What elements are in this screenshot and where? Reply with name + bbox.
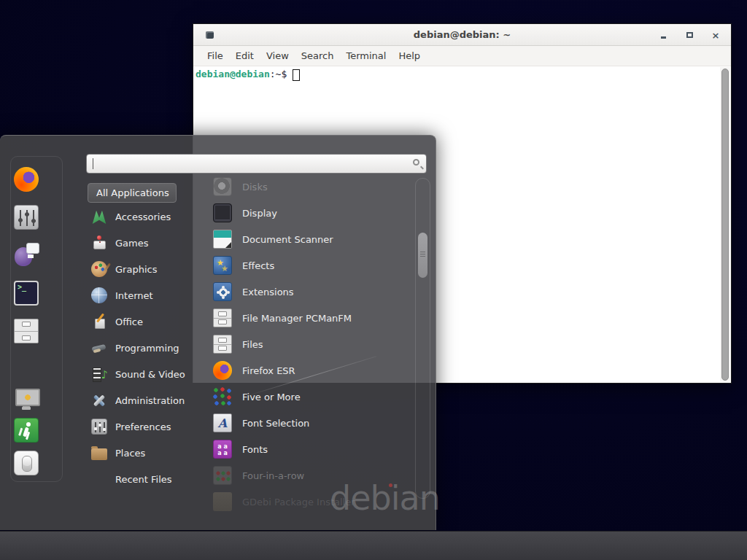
category-sound-video[interactable]: Sound & Video [86,361,196,387]
category-games[interactable]: Games [86,230,196,256]
favorite-pidgin-icon[interactable] [14,242,39,267]
favorite-settings-icon[interactable] [14,205,39,230]
app-fonts[interactable]: Fonts [194,436,413,462]
file-cabinet-icon [213,308,232,327]
category-accessories[interactable]: Accessories [86,203,196,230]
gdebi-icon [213,492,232,511]
wallpaper-watermark: debian [330,478,440,518]
minimize-icon [661,36,666,39]
favorite-terminal-icon[interactable] [14,281,39,306]
places-icon [91,448,107,460]
extensions-icon [213,282,232,301]
category-preferences[interactable]: Preferences [86,413,196,440]
app-extensions[interactable]: Extensions [194,279,413,305]
category-administration[interactable]: Administration [86,387,196,413]
favorite-logout-icon[interactable] [14,418,39,443]
menu-search[interactable]: Search [301,50,334,61]
terminal-menubar: File Edit View Search Terminal Help [193,46,731,66]
watermark-red-dot [389,483,392,487]
app-five-or-more[interactable]: Five or More [194,384,413,410]
font-selection-icon [213,413,232,432]
app-effects[interactable]: Effects [194,252,413,279]
scanner-icon [213,230,232,249]
category-list: All Applications Accessories Games Graph… [86,183,196,492]
firefox-icon [213,361,232,380]
app-document-scanner[interactable]: Document Scanner [194,226,413,252]
prompt-suffix: :~$ [270,69,287,79]
terminal-scrollbar-handle[interactable] [721,69,729,381]
disks-icon [213,177,232,196]
terminal-title: debian@debian: ~ [193,29,731,40]
preferences-icon [91,419,107,435]
games-icon [91,235,107,251]
prompt-user: debian@debian [196,69,270,79]
maximize-button[interactable] [684,30,694,40]
category-all-applications[interactable]: All Applications [88,183,177,203]
start-menu: All Applications Accessories Games Graph… [0,135,436,530]
menu-help[interactable]: Help [398,50,420,61]
internet-icon [91,287,107,303]
category-programming[interactable]: Programming [86,335,196,361]
administration-icon [91,392,107,408]
app-list-scrollbar[interactable] [415,178,430,499]
favorite-lock-screen-icon[interactable] [14,386,39,411]
graphics-icon [91,261,107,277]
favorite-firefox-icon[interactable] [14,167,39,192]
office-icon [91,314,107,330]
close-icon: × [712,31,720,40]
app-firefox-esr[interactable]: Firefox ESR [194,357,413,384]
menu-view[interactable]: View [266,50,289,61]
search-caret [93,158,93,169]
category-graphics[interactable]: Graphics [86,256,196,282]
close-button[interactable]: × [711,30,721,40]
favorite-shutdown-icon[interactable] [14,451,39,475]
app-files[interactable]: Files [194,331,413,357]
four-in-a-row-icon [213,466,232,485]
terminal-titlebar[interactable]: debian@debian: ~ × [193,24,731,46]
app-list: Disks Display Document Scanner Effects E… [194,174,413,515]
category-internet[interactable]: Internet [86,282,196,308]
accessories-icon [91,209,107,225]
app-file-manager-pcmanfm[interactable]: File Manager PCManFM [194,305,413,331]
app-disks[interactable]: Disks [194,174,413,200]
terminal-window-icon [206,31,214,39]
taskbar [0,531,747,560]
search-icon [413,159,419,166]
search-input[interactable] [87,155,426,173]
menu-edit[interactable]: Edit [236,50,254,61]
five-or-more-icon [213,387,232,406]
menu-terminal[interactable]: Terminal [346,50,386,61]
terminal-cursor [293,69,300,81]
file-cabinet-icon [213,335,232,354]
favorite-files-icon[interactable] [14,319,39,343]
sound-video-icon [91,366,107,382]
fonts-icon [213,440,232,459]
maximize-icon [686,32,693,38]
category-places[interactable]: Places [86,440,196,466]
menu-file[interactable]: File [207,50,223,61]
minimize-button[interactable] [658,30,668,40]
terminal-scrollbar[interactable] [720,67,730,382]
display-icon [213,203,232,222]
effects-icon [213,256,232,275]
app-display[interactable]: Display [194,200,413,226]
app-font-selection[interactable]: Font Selection [194,410,413,436]
programming-icon [91,340,107,356]
app-list-scrollbar-handle[interactable] [418,233,427,278]
search-box[interactable] [86,154,427,174]
category-office[interactable]: Office [86,308,196,335]
category-recent-files[interactable]: Recent Files [86,466,196,492]
